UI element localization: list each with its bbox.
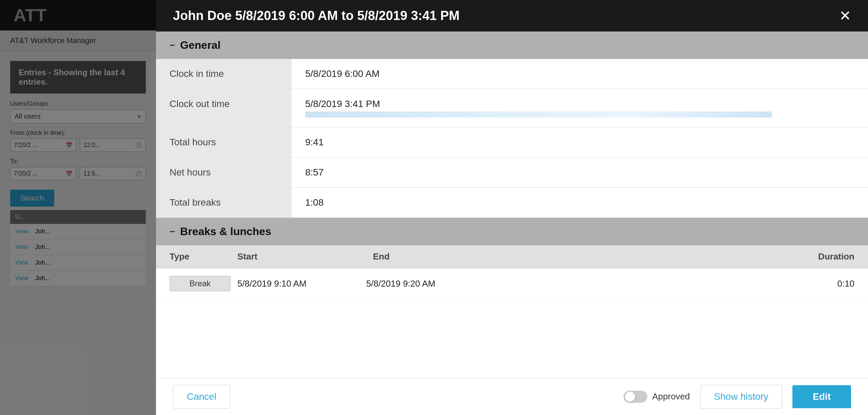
modal-title: John Doe 5/8/2019 6:00 AM to 5/8/2019 3:… <box>173 8 460 23</box>
modal-header: John Doe 5/8/2019 6:00 AM to 5/8/2019 3:… <box>156 0 868 32</box>
modal-content-wrapper: − General Clock in time 5/8/2019 6:00 AM… <box>156 32 868 378</box>
total-hours-label: Total hours <box>156 127 292 157</box>
modal-dialog: John Doe 5/8/2019 6:00 AM to 5/8/2019 3:… <box>156 0 868 415</box>
clock-in-label: Clock in time <box>156 59 292 89</box>
approved-toggle[interactable] <box>624 391 647 403</box>
net-hours-label: Net hours <box>156 158 292 187</box>
total-hours-value: 9:41 <box>292 127 868 157</box>
clock-in-time-row: Clock in time 5/8/2019 6:00 AM <box>156 59 868 89</box>
net-hours-row: Net hours 8:57 <box>156 158 868 188</box>
approved-toggle-wrapper: Approved <box>624 391 690 403</box>
breaks-collapse-icon[interactable]: − <box>170 226 175 237</box>
total-breaks-label: Total breaks <box>156 188 292 217</box>
show-history-button[interactable]: Show history <box>700 385 782 409</box>
net-hours-value: 8:57 <box>292 158 868 187</box>
breaks-table-header: Type Start End Duration <box>156 245 868 268</box>
general-section-title: General <box>180 39 220 51</box>
breaks-col-end-header: End <box>373 251 509 262</box>
approved-label: Approved <box>652 391 690 402</box>
modal-footer: Cancel Approved Show history Edit <box>156 378 868 415</box>
general-collapse-icon[interactable]: − <box>170 40 175 51</box>
breaks-section-title: Breaks & lunches <box>180 225 271 238</box>
breaks-col-start-header: Start <box>237 251 373 262</box>
total-hours-row: Total hours 9:41 <box>156 127 868 158</box>
break-data-row: Break 5/8/2019 9:10 AM 5/8/2019 9:20 AM … <box>156 268 868 299</box>
clock-in-value: 5/8/2019 6:00 AM <box>292 59 868 89</box>
breaks-section-header: − Breaks & lunches <box>156 218 868 245</box>
clock-out-value: 5/8/2019 3:41 PM <box>292 89 868 127</box>
toggle-knob <box>625 392 635 402</box>
break-start-value: 5/8/2019 9:10 AM <box>231 278 366 289</box>
break-type-badge: Break <box>170 276 231 291</box>
highlight-bar <box>305 111 772 118</box>
cancel-button[interactable]: Cancel <box>173 385 230 409</box>
break-duration-value: 0:10 <box>502 278 854 289</box>
general-section-header: − General <box>156 32 868 59</box>
clock-out-label: Clock out time <box>156 89 292 127</box>
modal-close-button[interactable]: ✕ <box>839 9 851 23</box>
footer-right: Approved Show history Edit <box>624 385 851 409</box>
total-breaks-value: 1:08 <box>292 188 868 217</box>
breaks-col-type-header: Type <box>170 251 237 262</box>
total-breaks-row: Total breaks 1:08 <box>156 188 868 218</box>
break-end-value: 5/8/2019 9:20 AM <box>366 278 502 289</box>
breaks-col-duration-header: Duration <box>509 251 854 262</box>
edit-button[interactable]: Edit <box>792 385 851 408</box>
clock-out-time-row: Clock out time 5/8/2019 3:41 PM <box>156 89 868 127</box>
modal-body[interactable]: − General Clock in time 5/8/2019 6:00 AM… <box>156 32 868 378</box>
